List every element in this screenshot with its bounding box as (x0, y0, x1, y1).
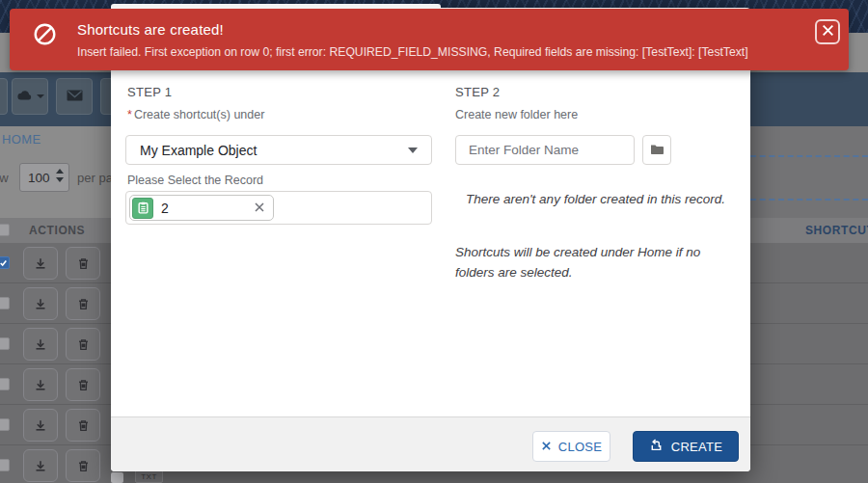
partial-row-chip (111, 472, 123, 483)
row-checkbox-checked[interactable] (0, 256, 10, 269)
create-button[interactable]: CREATE (633, 431, 739, 462)
download-button[interactable] (23, 328, 58, 361)
download-button[interactable] (23, 368, 58, 401)
cloud-icon (15, 88, 34, 105)
email-button[interactable] (56, 78, 93, 115)
row-checkbox[interactable] (0, 459, 10, 471)
row-checkbox[interactable] (0, 418, 10, 431)
required-asterisk: * (127, 108, 132, 121)
error-ban-icon (33, 22, 57, 50)
new-folder-label: Create new folder here (455, 108, 578, 121)
modal-top-edge (111, 4, 441, 9)
close-button[interactable]: CLOSE (532, 431, 610, 462)
create-shortcut-modal: STEP 1 *Create shortcut(s) under My Exam… (111, 8, 750, 471)
trash-button[interactable] (66, 328, 100, 361)
trash-button[interactable] (66, 449, 100, 482)
step2-heading: STEP 2 (455, 85, 500, 99)
trash-button[interactable] (66, 287, 100, 320)
actions-column-header: ACTIONS (29, 224, 85, 237)
stepper-arrows[interactable] (56, 169, 64, 182)
show-label: Show (0, 171, 9, 185)
download-button[interactable] (23, 449, 58, 482)
screen: HOME Show 100 per page ACTIONS SHORTCUT (0, 0, 868, 483)
record-select-label: Please Select the Record (127, 174, 263, 187)
record-pill-value: 2 (161, 201, 254, 216)
create-shortcut-icon (649, 438, 664, 455)
selected-record-pill[interactable]: 2 (129, 195, 274, 221)
dashed-divider (750, 199, 868, 201)
row-checkbox[interactable] (0, 378, 10, 390)
record-select-field[interactable]: 2 (125, 191, 432, 225)
toast-title: Shortcuts are created! (77, 21, 224, 38)
shortcut-under-select[interactable]: My Example Object (125, 135, 432, 165)
page-size-value: 100 (28, 171, 50, 185)
dropdown-caret-icon (408, 148, 418, 153)
error-toast: Shortcuts are created! Insert failed. Fi… (10, 9, 849, 70)
download-button[interactable] (23, 409, 58, 442)
row-checkbox[interactable] (0, 297, 10, 309)
toast-close-button[interactable] (815, 19, 840, 44)
page-size-stepper[interactable]: 100 (19, 163, 69, 192)
shortcut-column-header: SHORTCUT (805, 224, 868, 237)
trash-button[interactable] (66, 247, 100, 280)
modal-footer: CLOSE CREATE (111, 416, 750, 471)
dashed-divider (750, 155, 868, 157)
home-breadcrumb-link[interactable]: HOME (2, 132, 41, 147)
select-all-checkbox[interactable] (0, 224, 10, 236)
dropzone-area (750, 126, 868, 218)
folder-name-input[interactable] (455, 135, 635, 165)
folder-icon (650, 142, 665, 159)
download-button[interactable] (23, 247, 58, 280)
home-fallback-note: Shortcuts will be created under Home if … (455, 243, 740, 283)
step1-heading: STEP 1 (127, 85, 172, 99)
shortcut-under-label: *Create shortcut(s) under (127, 108, 264, 121)
close-icon (821, 23, 835, 41)
close-x-icon (541, 440, 552, 454)
download-button[interactable] (23, 287, 58, 320)
file-type-badge: TXT (135, 470, 163, 483)
envelope-icon (67, 88, 83, 105)
cloud-download-button[interactable] (12, 78, 48, 115)
trash-button[interactable] (66, 368, 100, 401)
row-checkbox[interactable] (0, 337, 10, 350)
trash-button[interactable] (66, 409, 100, 442)
add-folder-button[interactable] (642, 135, 671, 165)
chevron-down-icon (37, 94, 44, 98)
no-folder-note: There aren't any folder created in this … (466, 190, 738, 210)
step-up-icon[interactable] (56, 169, 64, 174)
toast-message: Insert failed. First exception on row 0;… (77, 45, 748, 59)
toolbar-button-partial[interactable] (0, 78, 8, 115)
selected-object-value: My Example Object (140, 143, 408, 158)
record-icon (132, 198, 153, 219)
step-down-icon[interactable] (56, 177, 64, 182)
remove-record-icon[interactable] (254, 200, 265, 217)
